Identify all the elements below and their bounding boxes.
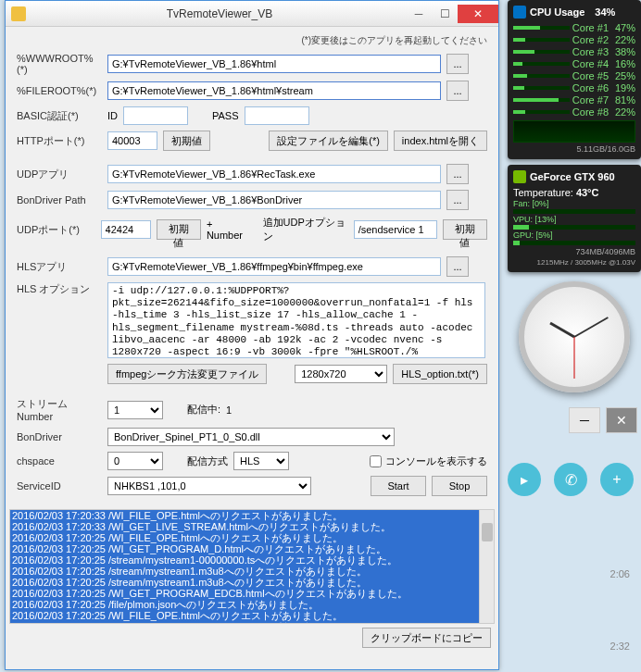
id-input[interactable] [123,106,188,125]
console-checkbox[interactable] [370,455,382,467]
streamno-label: ストリーム Number [17,397,102,422]
fileroot-input[interactable] [107,81,441,100]
log-line: 2016/02/03 17:20:25 /WI_FILE_OPE.htmlへのリ… [10,610,494,621]
bondriver-label: BonDriver [17,431,102,442]
log-scrollbar[interactable] [479,510,494,623]
cpu-gadget: CPU Usage 34% Core #147%Core #222%Core #… [508,0,641,159]
minute-hand [574,317,609,338]
udpapp-label: UDPアプリ [17,168,102,181]
timestamp-2: 2:32 [610,641,630,652]
log-line: 2016/02/03 17:20:25 /WI_FILE_OPE.htmlへのリ… [10,532,494,543]
pass-input[interactable] [245,106,309,125]
main-window: TvRemoteViewer_VB ─ ☐ ✕ (*)変更後はこのアプリを再起動… [5,0,499,670]
udpapp-input[interactable] [107,165,441,183]
gadget-area: CPU Usage 34% Core #147%Core #222%Core #… [508,0,641,402]
chspace-label: chspace [17,455,102,467]
httpport-input[interactable] [107,131,157,150]
stop-button[interactable]: Stop [432,476,487,496]
core-line: Core #619% [513,82,635,93]
hlsopt-textarea[interactable]: -i udp://127.0.0.1:%UDPPORT%?pkt_size=26… [107,282,485,358]
bdpath-browse-button[interactable]: ... [446,190,469,210]
nvidia-icon [513,170,526,183]
streaming-label: 配信中: [187,403,220,417]
serviceid-label: ServiceID [17,480,102,492]
second-hand [574,337,575,379]
udpapp-browse-button[interactable]: ... [446,164,469,184]
start-button[interactable]: Start [371,476,426,496]
hlsopt-file-button[interactable]: HLS_option.txt(*) [393,364,487,384]
basic-label: BASIC認証(*) [17,109,102,123]
streamno-select[interactable]: 1 [107,401,163,419]
udpport-default-button[interactable]: 初期値 [157,219,201,240]
hlsopt-label: HLS オプション [17,282,102,296]
cpu-graph [513,120,635,143]
core-line: Core #147% [513,22,635,33]
wwwroot-browse-button[interactable]: ... [446,54,469,74]
video-icon[interactable]: ▸ [508,463,541,496]
streaming-count: 1 [226,404,232,416]
hlsapp-label: HLSアプリ [17,260,102,274]
log-line: 2016/02/03 17:20:25 /stream/mystream1.m3… [10,577,494,588]
httpport-default-button[interactable]: 初期値 [163,131,210,151]
log-area[interactable]: 2016/02/03 17:20:33 /WI_FILE_OPE.htmlへのリ… [9,509,495,624]
maximize-button[interactable]: ☐ [432,5,458,23]
minimize-button[interactable]: ─ [406,5,432,23]
gpu-gadget: GeForce GTX 960 Temperature: 43°C Fan: [… [508,165,641,272]
clipboard-button[interactable]: クリップボードにコピー [362,628,491,648]
console-checkbox-label[interactable]: コンソールを表示する [370,454,487,468]
bondriver-select[interactable]: BonDriver_Spinel_PT1_0_S0.dll [107,428,395,446]
app-icon [11,6,26,21]
core-line: Core #222% [513,34,635,45]
wwwroot-label: %WWWROOT%(*) [17,53,102,75]
fileroot-browse-button[interactable]: ... [446,81,469,101]
clock-gadget [519,281,630,392]
hlsapp-browse-button[interactable]: ... [446,256,469,277]
id-label: ID [107,110,118,121]
addudp-default-button[interactable]: 初期値 [443,219,487,240]
pass-label: PASS [212,110,239,121]
ram-text: 5.11GB/16.0GB [513,144,635,154]
edit-config-button[interactable]: 設定ファイルを編集(*) [269,131,388,151]
charm-bar: ─ ✕ [508,407,637,433]
minimize-icon[interactable]: ─ [569,407,600,433]
addudp-label: 追加UDPオプション [263,216,348,243]
timestamp-1: 2:06 [610,568,630,579]
chspace-select[interactable]: 0 [107,452,163,470]
number-label: + Number [207,218,248,241]
restart-note: (*)変更後はこのアプリを再起動してください [17,34,487,47]
log-line: 2016/02/03 17:20:33 /WI_GET_LIVE_STREAM.… [10,521,494,532]
fileroot-label: %FILEROOT%(*) [17,85,102,96]
intel-icon [513,6,526,19]
udpport-label: UDPポート(*) [17,223,95,237]
close-button[interactable]: ✕ [458,5,498,23]
log-line: 2016/02/03 17:20:33 /WI_FILE_OPE.htmlへのリ… [10,510,494,521]
call-icon[interactable]: ✆ [554,463,587,496]
log-line: 2016/02/03 17:20:25 /WI_GET_PROGRAM_EDCB… [10,588,494,599]
skype-buttons: ▸ ✆ + [508,463,634,496]
resolution-select[interactable]: 1280x720 [295,365,387,383]
titlebar[interactable]: TvRemoteViewer_VB ─ ☐ ✕ [6,1,498,27]
hsmethod-select[interactable]: HLS [233,452,289,470]
serviceid-select[interactable]: NHKBS1 ,101,0 [107,477,311,495]
open-index-button[interactable]: index.htmlを開く [394,131,487,151]
bdpath-label: BonDriver Path [17,194,102,205]
hour-hand [549,322,574,339]
core-line: Core #822% [513,106,635,118]
httpport-label: HTTPポート(*) [17,134,102,148]
core-line: Core #781% [513,94,635,106]
hlsapp-input[interactable] [107,257,441,276]
udpport-input[interactable] [101,220,151,239]
log-line: 2016/02/03 17:20:25 /file/plmon.jsonへのリク… [10,599,494,610]
log-line: 2016/02/03 17:20:25 /stream/mystream1.m3… [10,566,494,577]
add-person-icon[interactable]: + [600,463,634,496]
wwwroot-input[interactable] [107,55,441,73]
bdpath-input[interactable] [107,191,441,209]
log-line: 2016/02/03 17:20:25 /stream/mystream1-00… [10,554,494,566]
core-line: Core #525% [513,70,635,81]
log-line: 2016/02/03 17:20:25 /WI_GET_PROGRAM_D.ht… [10,543,494,554]
seek-button[interactable]: ffmpegシーク方法変更ファイル [107,364,267,384]
close-icon[interactable]: ✕ [606,407,637,433]
addudp-input[interactable] [354,220,437,239]
scroll-thumb[interactable] [482,523,493,541]
core-line: Core #416% [513,58,635,69]
